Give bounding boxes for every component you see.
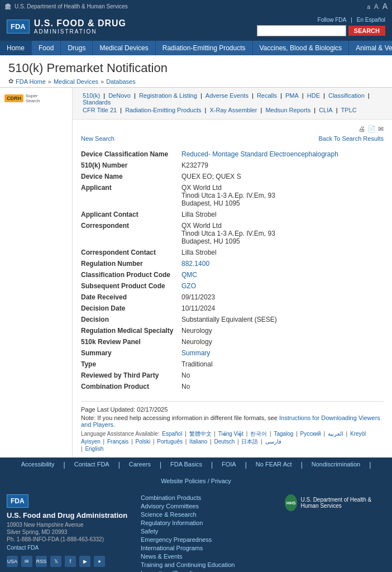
subsequent-product-code-link[interactable]: GZO (181, 282, 196, 290)
footer-fda-basics[interactable]: FDA Basics (170, 461, 202, 469)
subnav-hde[interactable]: HDE (307, 92, 320, 99)
facebook-icon[interactable]: f (65, 556, 76, 567)
footer-link-training[interactable]: Training and Continuing Education (141, 561, 274, 568)
footer-careers[interactable]: Careers (129, 461, 151, 469)
device-classification-name-link[interactable]: Reduced- Montage Standard Electroencepha… (181, 150, 338, 158)
footer-link-international[interactable]: International Programs (141, 545, 274, 551)
nav-animal[interactable]: Animal & Veterinary (349, 41, 392, 55)
twitter-icon[interactable]: 𝕏 (50, 556, 61, 567)
lang-arabic[interactable]: العربية (328, 431, 343, 437)
footer-website-policies[interactable]: Website Policies / Privacy (161, 478, 231, 484)
subnav-medsun[interactable]: Medsun Reports (265, 107, 310, 113)
font-size-medium[interactable]: A (374, 3, 379, 11)
lang-farsi[interactable]: فارسی (265, 438, 281, 445)
footer-foia[interactable]: FOIA (222, 461, 236, 469)
footer-contact-link[interactable]: Contact FDA (7, 545, 39, 551)
font-size-small[interactable]: a (367, 4, 371, 10)
table-row: 510(k) Number K232779 (81, 160, 384, 171)
subnav-clia[interactable]: CLIA (319, 107, 332, 113)
footer-accessibility[interactable]: Accessibility (21, 461, 55, 469)
nav-medical-devices[interactable]: Medical Devices (93, 41, 155, 55)
table-row: Device Classification Name Reduced- Mont… (81, 149, 384, 160)
footer-link-inspections[interactable]: Inspections/Compliance (141, 570, 274, 572)
lang-french[interactable]: Français (107, 438, 128, 445)
summary-link[interactable]: Summary (181, 349, 210, 357)
lang-english[interactable]: English (85, 446, 103, 452)
footer-no-fear[interactable]: No FEAR Act (256, 461, 292, 469)
follow-fda-link[interactable]: Follow FDA (318, 17, 347, 23)
subnav-510k[interactable]: 510(k) (83, 92, 100, 99)
footer-link-science[interactable]: Science & Research (141, 511, 274, 518)
lang-polish[interactable]: Polski (136, 438, 151, 445)
summary-label: Summary (81, 347, 181, 359)
en-espanol-link[interactable]: En Español (357, 17, 385, 23)
type-label: Type (81, 359, 181, 370)
back-to-results-link[interactable]: Back To Search Results (318, 135, 384, 142)
lang-portuguese[interactable]: Português (157, 438, 183, 445)
footer-nondiscrimination[interactable]: Nondiscrimination (312, 461, 360, 469)
lang-german[interactable]: Deutsch (214, 438, 235, 445)
table-row: Classification Product Code QMC (81, 269, 384, 280)
search-input[interactable] (257, 25, 346, 36)
footer-link-emergency[interactable]: Emergency Preparedness (141, 536, 274, 543)
decision-date-label: Decision Date (81, 303, 181, 314)
print-icon[interactable]: 🖨 (358, 125, 365, 133)
subnav-denovo[interactable]: DeNovo (108, 92, 131, 99)
review-panel-label: 510k Review Panel (81, 336, 181, 347)
footer-link-safety[interactable]: Safety (141, 528, 274, 535)
footer-link-combination[interactable]: Combination Products (141, 494, 274, 501)
subnav-xray[interactable]: X-Ray Assembler (209, 107, 257, 113)
lang-tagalog[interactable]: Tagalog (274, 431, 293, 437)
email-icon[interactable]: ✉ (378, 125, 384, 133)
subnav-cfr21[interactable]: CFR Title 21 (83, 107, 117, 113)
rss-icon[interactable]: RSS (36, 556, 47, 567)
breadcrumb-medical-devices[interactable]: Medical Devices (54, 78, 98, 85)
email-icon[interactable]: ✉ (21, 556, 32, 567)
table-row: Decision Date 10/11/2024 (81, 303, 384, 314)
table-row: Applicant QX World Ltd Tinodi Utca 1-3 A… (81, 182, 384, 209)
lang-japanese[interactable]: 日本語 (241, 438, 258, 445)
lang-italian[interactable]: Italiano (189, 438, 207, 445)
search-button[interactable]: SEARCH (348, 26, 385, 36)
lang-korean[interactable]: 한국어 (250, 431, 267, 437)
lang-vietnamese[interactable]: Tiếng Việt (218, 431, 243, 437)
footer-contact-fda[interactable]: Contact FDA (74, 461, 109, 469)
nav-vaccines[interactable]: Vaccines, Blood & Biologics (253, 41, 350, 55)
reviewed-by-third-party-value: No (181, 370, 384, 381)
subsequent-product-code-value: GZO (181, 280, 384, 292)
breadcrumb-fda-home[interactable]: FDA Home (16, 78, 46, 85)
subnav-recalls[interactable]: Recalls (257, 92, 277, 99)
nav-radiation[interactable]: Radiation-Emitting Products (156, 41, 253, 55)
youtube-icon[interactable]: ▶ (79, 556, 90, 567)
classification-product-code-link[interactable]: QMC (181, 271, 197, 279)
nav-drugs[interactable]: Drugs (61, 41, 93, 55)
footer-link-news[interactable]: News & Events (141, 553, 274, 560)
breadcrumb-databases[interactable]: Databases (106, 78, 136, 85)
nav-home[interactable]: Home (0, 41, 32, 55)
subnav-classification[interactable]: Classification (328, 92, 365, 99)
regulation-number-link[interactable]: 882.1400 (181, 260, 209, 268)
nav-food[interactable]: Food (32, 41, 61, 55)
decision-value: Substantially Equivalent (SESE) (181, 314, 384, 325)
usagov-icon[interactable]: USA (7, 556, 18, 567)
lang-russian[interactable]: Русский (300, 431, 321, 437)
subnav-pma[interactable]: PMA (285, 92, 299, 99)
subnav-radiation[interactable]: Radiation-Emitting Products (125, 107, 201, 113)
flickr-icon[interactable]: ● (94, 556, 105, 567)
pdf-icon[interactable]: 📄 (367, 125, 376, 133)
footer-link-regulatory[interactable]: Regulatory Information (141, 519, 274, 526)
subnav-registration[interactable]: Registration & Listing (139, 92, 197, 99)
page-title: 510(k) Premarket Notification (8, 61, 384, 75)
footer-link-advisory[interactable]: Advisory Committees (141, 503, 274, 509)
font-size-large[interactable]: A (383, 2, 388, 11)
subnav-adverse[interactable]: Adverse Events (205, 92, 248, 99)
new-search-link[interactable]: New Search (81, 135, 114, 142)
subnav-tplc[interactable]: TPLC (341, 107, 357, 113)
hhs-icon: HHS (285, 494, 297, 511)
correspondent-contact-value: Lilla Strobel (181, 247, 384, 258)
footer-fda-badge: FDA (7, 494, 28, 508)
type-value: Traditional (181, 359, 384, 370)
subnav-standards[interactable]: Standards (83, 99, 111, 106)
lang-chinese[interactable]: 繁體中文 (189, 431, 212, 437)
lang-espanol[interactable]: Español (162, 431, 182, 437)
